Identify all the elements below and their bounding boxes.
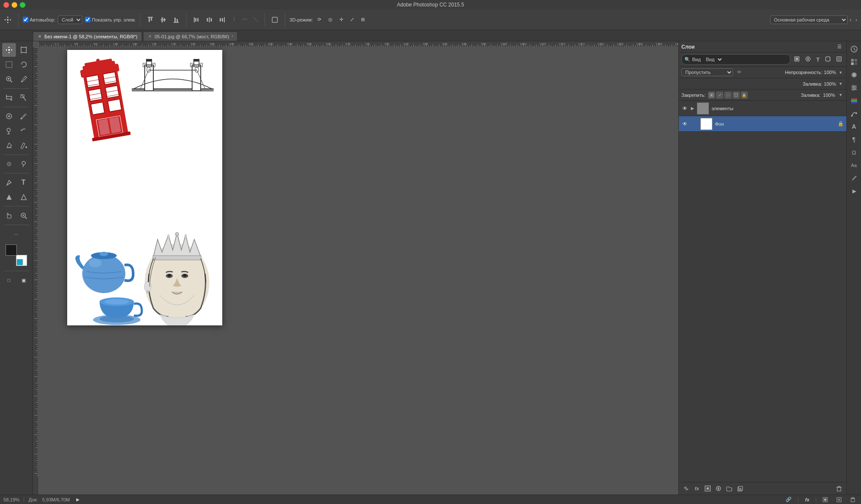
brush-panel-btn[interactable] bbox=[848, 172, 860, 184]
paths-panel-btn[interactable] bbox=[848, 108, 860, 120]
foreground-color-swatch[interactable] bbox=[6, 244, 17, 256]
history-brush-btn[interactable] bbox=[17, 124, 31, 138]
status-mask-btn[interactable] bbox=[821, 495, 830, 504]
hand-tool-btn[interactable] bbox=[2, 209, 16, 223]
layer-item-elements[interactable]: 👁 ▶ элементы bbox=[679, 101, 846, 116]
3d-roll-btn[interactable]: ◎ bbox=[326, 15, 335, 24]
lasso-tool-btn[interactable] bbox=[17, 58, 31, 71]
layer-adj-btn[interactable] bbox=[714, 484, 723, 493]
pen-tool-btn[interactable] bbox=[2, 176, 16, 189]
3d-pan-btn[interactable]: ✛ bbox=[337, 15, 345, 24]
align-top-btn[interactable] bbox=[145, 15, 156, 25]
type-panel-btn[interactable]: A bbox=[848, 121, 860, 133]
filter-adj-btn[interactable] bbox=[803, 55, 813, 64]
zoom-tool-btn[interactable] bbox=[17, 209, 31, 223]
paragraph-panel-btn[interactable]: ¶ bbox=[848, 133, 860, 145]
glyphs-panel-btn[interactable]: Ω bbox=[848, 146, 860, 158]
tab-0-close[interactable]: ✕ bbox=[37, 34, 42, 39]
layer-expand-elements[interactable]: ▶ bbox=[691, 106, 694, 111]
layer-link-btn[interactable] bbox=[681, 484, 691, 493]
dist-mid-btn[interactable]: ⋯ bbox=[240, 15, 249, 24]
healing-brush-btn[interactable] bbox=[2, 109, 16, 123]
align-vcenter-btn[interactable] bbox=[158, 15, 169, 25]
dist-top-btn[interactable]: ⋮ bbox=[230, 15, 239, 24]
3d-scale-btn[interactable]: ⊞ bbox=[359, 15, 367, 24]
lock-move-btn[interactable] bbox=[724, 92, 731, 99]
paint-bucket-btn[interactable] bbox=[17, 139, 31, 152]
opacity-dropdown-btn[interactable]: ▾ bbox=[838, 69, 844, 76]
3d-slide-btn[interactable]: ⤢ bbox=[348, 15, 356, 24]
align-bottom-btn[interactable] bbox=[171, 15, 182, 25]
autoselect-dropdown[interactable]: Слой bbox=[58, 15, 82, 24]
filter-shape-btn[interactable] bbox=[823, 55, 833, 64]
workspace-next-btn[interactable]: › bbox=[853, 16, 859, 24]
quick-select-btn[interactable] bbox=[2, 72, 16, 86]
text-tool-btn[interactable]: T bbox=[17, 176, 31, 189]
layer-delete-btn[interactable] bbox=[834, 484, 844, 493]
minimize-button[interactable] bbox=[12, 2, 17, 8]
lock-all-btn[interactable]: 🔒 bbox=[741, 92, 748, 99]
filter-smart-btn[interactable] bbox=[834, 55, 844, 64]
status-expand-btn[interactable]: ▶ bbox=[74, 496, 82, 503]
path-select-btn[interactable] bbox=[2, 190, 16, 204]
move-tool-btn[interactable] bbox=[2, 43, 16, 57]
filter-type-btn[interactable]: T bbox=[814, 56, 821, 64]
tab-1[interactable]: ✕ 05-01.jpg @ 66,7% (мост, RGB/8#) * bbox=[143, 31, 238, 41]
type-style-panel-btn[interactable]: Aa bbox=[848, 159, 860, 171]
maximize-button[interactable] bbox=[20, 2, 25, 8]
eyedropper-btn[interactable] bbox=[17, 72, 31, 86]
status-fx-btn[interactable]: fx bbox=[803, 496, 811, 504]
layer-mask-btn[interactable] bbox=[703, 484, 712, 493]
layer-vis-elements[interactable]: 👁 bbox=[681, 105, 688, 112]
status-link-btn[interactable]: 🔗 bbox=[783, 495, 794, 504]
clone-stamp-btn[interactable] bbox=[2, 124, 16, 138]
layer-vis-fon[interactable]: 👁 bbox=[681, 121, 688, 127]
history-panel-btn[interactable] bbox=[848, 43, 860, 55]
lock-artboard-btn[interactable] bbox=[733, 92, 740, 99]
fill-right-dropdown-btn[interactable]: ▾ bbox=[838, 91, 844, 99]
show-transform-label[interactable]: Показать упр. элем. bbox=[85, 17, 136, 22]
search-type-dropdown[interactable]: Вид bbox=[702, 56, 723, 63]
close-button[interactable] bbox=[3, 2, 9, 8]
move-tool-options-btn[interactable] bbox=[2, 15, 14, 25]
dist-bottom-btn[interactable]: ⋱ bbox=[251, 15, 260, 24]
artboard-tool-btn[interactable] bbox=[17, 43, 31, 57]
status-delete-btn[interactable] bbox=[848, 495, 858, 504]
select-tool-btn[interactable] bbox=[2, 58, 16, 71]
panel-menu-btn[interactable]: ☰ bbox=[835, 43, 844, 51]
layer-new-btn[interactable] bbox=[735, 484, 745, 493]
direct-select-btn[interactable] bbox=[17, 190, 31, 204]
dist-right-btn[interactable] bbox=[217, 15, 228, 25]
canvas-btn[interactable] bbox=[269, 15, 280, 25]
blend-mode-toggle-btn[interactable] bbox=[735, 68, 743, 76]
layer-fx-btn[interactable]: fx bbox=[692, 484, 702, 493]
workspace-prev-btn[interactable]: ‹ bbox=[848, 16, 854, 24]
action-panel-btn[interactable]: ▶ bbox=[848, 185, 860, 197]
autoselect-checkbox[interactable] bbox=[23, 17, 28, 22]
dist-left-btn[interactable] bbox=[191, 15, 202, 25]
workspace-dropdown[interactable]: Основная рабочая среда bbox=[770, 15, 848, 24]
3d-rotate-btn[interactable]: ⟳ bbox=[315, 15, 323, 24]
tab-0[interactable]: ✕ Без имени-1 @ 58,2% (элементы, RGB/8*) bbox=[33, 31, 142, 41]
filter-pixel-btn[interactable] bbox=[792, 55, 802, 64]
dodge-tool-btn[interactable] bbox=[17, 157, 31, 171]
document-canvas[interactable] bbox=[67, 50, 222, 325]
slice-tool-btn[interactable] bbox=[17, 91, 31, 105]
swatches-panel-btn[interactable] bbox=[848, 56, 860, 68]
eraser-btn[interactable] bbox=[2, 139, 16, 152]
tab-1-close[interactable]: ✕ bbox=[148, 34, 152, 39]
autoselect-checkbox-label[interactable]: Автовыбор: bbox=[23, 17, 55, 22]
channels-panel-btn[interactable] bbox=[848, 95, 860, 107]
brush-tool-btn[interactable] bbox=[17, 109, 31, 123]
crop-tool-btn[interactable] bbox=[2, 91, 16, 105]
lock-pixels-btn[interactable] bbox=[708, 92, 715, 99]
blend-mode-dropdown[interactable]: Пропустить bbox=[681, 68, 733, 76]
dist-hcenter-btn[interactable] bbox=[204, 15, 215, 25]
layer-group-btn[interactable] bbox=[724, 484, 734, 493]
layer-item-fon[interactable]: 👁 Фон 🔒 bbox=[679, 116, 846, 132]
screen-mode-btn[interactable]: □ bbox=[2, 273, 16, 287]
show-transform-checkbox[interactable] bbox=[85, 17, 90, 22]
extra-tool-btn[interactable]: ··· bbox=[9, 227, 23, 241]
adjustments-panel-btn[interactable] bbox=[848, 82, 860, 94]
blur-tool-btn[interactable] bbox=[2, 157, 16, 171]
